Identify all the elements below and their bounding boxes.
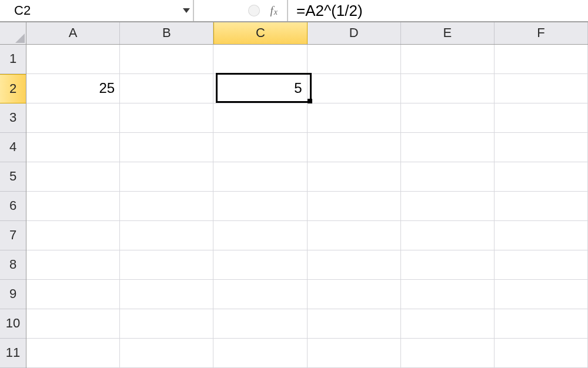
cell-A2[interactable]: 25 bbox=[26, 74, 120, 103]
col-header-B[interactable]: B bbox=[120, 22, 213, 44]
cell-C11[interactable] bbox=[213, 339, 307, 367]
insert-function-button[interactable]: fx bbox=[270, 4, 278, 17]
cell-A7[interactable] bbox=[26, 221, 120, 250]
cell-F11[interactable] bbox=[495, 339, 588, 367]
cell-B8[interactable] bbox=[120, 250, 213, 279]
col-header-F[interactable]: F bbox=[495, 22, 588, 44]
cell-B7[interactable] bbox=[120, 221, 213, 250]
cell-E9[interactable] bbox=[401, 280, 495, 309]
cell-C1[interactable] bbox=[213, 45, 307, 73]
cell-F9[interactable] bbox=[495, 280, 588, 309]
select-all-corner[interactable] bbox=[0, 22, 26, 45]
cell-F1[interactable] bbox=[495, 45, 588, 73]
row-header-4[interactable]: 4 bbox=[0, 133, 26, 162]
cell-D2[interactable] bbox=[308, 74, 401, 103]
cell-A9[interactable] bbox=[26, 280, 120, 309]
cell-B2[interactable] bbox=[120, 74, 213, 103]
cell-C9[interactable] bbox=[213, 280, 307, 309]
name-box-container bbox=[0, 0, 194, 21]
cells-container[interactable]: 255 bbox=[26, 45, 588, 369]
row bbox=[26, 309, 588, 339]
cell-F7[interactable] bbox=[495, 221, 588, 250]
cell-E11[interactable] bbox=[401, 339, 495, 367]
cell-B5[interactable] bbox=[120, 162, 213, 191]
cell-B1[interactable] bbox=[120, 45, 213, 73]
row-header-5[interactable]: 5 bbox=[0, 162, 26, 192]
cell-D10[interactable] bbox=[308, 309, 401, 338]
row-header-1[interactable]: 1 bbox=[0, 45, 26, 74]
cell-E8[interactable] bbox=[401, 250, 495, 279]
cell-D8[interactable] bbox=[308, 250, 401, 279]
cell-A1[interactable] bbox=[26, 45, 120, 73]
col-header-D[interactable]: D bbox=[308, 22, 401, 44]
row-header-8[interactable]: 8 bbox=[0, 250, 26, 280]
cell-F8[interactable] bbox=[495, 250, 588, 279]
cell-A4[interactable] bbox=[26, 133, 120, 162]
row bbox=[26, 339, 588, 368]
cell-F3[interactable] bbox=[495, 103, 588, 132]
cell-B6[interactable] bbox=[120, 192, 213, 220]
cell-D3[interactable] bbox=[308, 103, 401, 132]
cell-E4[interactable] bbox=[401, 133, 495, 162]
row-header-3[interactable]: 3 bbox=[0, 103, 26, 133]
name-box-dropdown-icon[interactable] bbox=[183, 3, 190, 18]
row bbox=[26, 280, 588, 309]
cell-C3[interactable] bbox=[213, 103, 307, 132]
row-header-11[interactable]: 11 bbox=[0, 339, 26, 368]
cell-C10[interactable] bbox=[213, 309, 307, 338]
cell-F5[interactable] bbox=[495, 162, 588, 191]
row-header-2[interactable]: 2 bbox=[0, 74, 26, 103]
fx-button-area: fx bbox=[194, 0, 288, 21]
cell-E2[interactable] bbox=[401, 74, 495, 103]
cell-E1[interactable] bbox=[401, 45, 495, 73]
cell-E10[interactable] bbox=[401, 309, 495, 338]
cell-D6[interactable] bbox=[308, 192, 401, 220]
cell-D5[interactable] bbox=[308, 162, 401, 191]
cell-A11[interactable] bbox=[26, 339, 120, 367]
cell-A6[interactable] bbox=[26, 192, 120, 220]
cell-F6[interactable] bbox=[495, 192, 588, 220]
cell-B9[interactable] bbox=[120, 280, 213, 309]
cell-A3[interactable] bbox=[26, 103, 120, 132]
svg-marker-0 bbox=[183, 8, 190, 13]
cell-C8[interactable] bbox=[213, 250, 307, 279]
cell-F2[interactable] bbox=[495, 74, 588, 103]
cell-B10[interactable] bbox=[120, 309, 213, 338]
row bbox=[26, 133, 588, 162]
cell-B11[interactable] bbox=[120, 339, 213, 367]
formula-bar: fx =A2^(1/2) bbox=[0, 0, 588, 22]
cell-C6[interactable] bbox=[213, 192, 307, 220]
row-header-10[interactable]: 10 bbox=[0, 309, 26, 339]
cell-D11[interactable] bbox=[308, 339, 401, 367]
name-box-input[interactable] bbox=[0, 0, 183, 21]
cell-D9[interactable] bbox=[308, 280, 401, 309]
svg-marker-1 bbox=[15, 34, 25, 43]
cell-B4[interactable] bbox=[120, 133, 213, 162]
cell-E7[interactable] bbox=[401, 221, 495, 250]
cell-C2[interactable]: 5 bbox=[213, 74, 307, 103]
cell-C7[interactable] bbox=[213, 221, 307, 250]
col-header-E[interactable]: E bbox=[401, 22, 495, 44]
row-header-7[interactable]: 7 bbox=[0, 221, 26, 250]
row-header-6[interactable]: 6 bbox=[0, 192, 26, 221]
cell-D4[interactable] bbox=[308, 133, 401, 162]
cell-A8[interactable] bbox=[26, 250, 120, 279]
cell-F10[interactable] bbox=[495, 309, 588, 338]
formula-input[interactable]: =A2^(1/2) bbox=[288, 0, 588, 21]
cell-E5[interactable] bbox=[401, 162, 495, 191]
col-header-C[interactable]: C bbox=[213, 22, 307, 44]
worksheet: ABCDEF 1234567891011 255 bbox=[0, 22, 588, 368]
cell-C4[interactable] bbox=[213, 133, 307, 162]
cell-B3[interactable] bbox=[120, 103, 213, 132]
cell-E3[interactable] bbox=[401, 103, 495, 132]
cell-D1[interactable] bbox=[308, 45, 401, 73]
col-header-A[interactable]: A bbox=[26, 22, 120, 44]
row-header-9[interactable]: 9 bbox=[0, 280, 26, 309]
cell-D7[interactable] bbox=[308, 221, 401, 250]
cell-A5[interactable] bbox=[26, 162, 120, 191]
row-headers: 1234567891011 bbox=[0, 45, 26, 369]
cell-F4[interactable] bbox=[495, 133, 588, 162]
cell-A10[interactable] bbox=[26, 309, 120, 338]
cell-E6[interactable] bbox=[401, 192, 495, 220]
cell-C5[interactable] bbox=[213, 162, 307, 191]
